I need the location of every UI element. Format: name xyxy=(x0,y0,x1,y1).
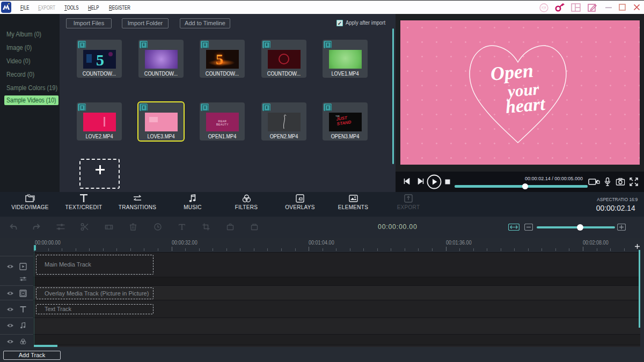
svg-text:heart: heart xyxy=(504,94,546,117)
